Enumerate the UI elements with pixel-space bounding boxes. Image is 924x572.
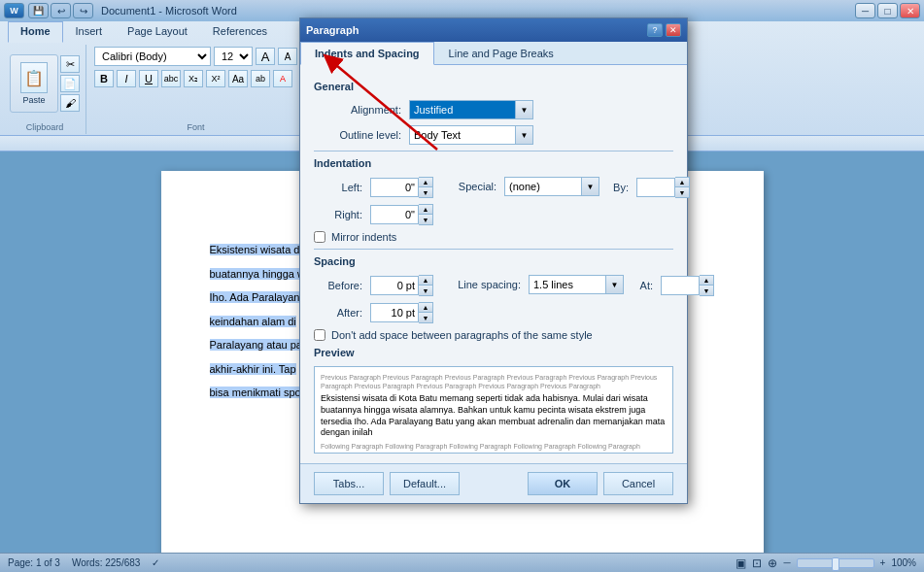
after-input[interactable] — [370, 303, 419, 322]
dont-add-space-checkbox[interactable] — [314, 329, 325, 341]
after-label: After: — [314, 307, 362, 319]
by-down[interactable]: ▼ — [675, 187, 689, 197]
words-info: Words: 225/683 — [72, 557, 140, 568]
italic-button[interactable]: I — [117, 70, 136, 87]
indent-left-right: Left: ▲ ▼ Right: — [314, 177, 433, 231]
dialog-footer-left: Tabs... Default... — [314, 472, 460, 495]
by-input[interactable] — [636, 178, 675, 197]
right-indent-up[interactable]: ▲ — [419, 205, 432, 215]
view-mode-web[interactable]: ⊕ — [768, 556, 777, 570]
zoom-level: 100% — [891, 557, 916, 568]
dialog-body: General Alignment: Justified ▼ Outline l… — [300, 65, 687, 463]
dialog-footer: Tabs... Default... OK Cancel — [300, 463, 687, 503]
left-indent-spinner-btns: ▲ ▼ — [419, 177, 433, 198]
cut-button[interactable]: ✂ — [60, 55, 80, 73]
right-indent-spinner-btns: ▲ ▼ — [419, 204, 433, 225]
grow-font-button[interactable]: A — [256, 48, 275, 65]
before-up[interactable]: ▲ — [419, 276, 432, 286]
after-up[interactable]: ▲ — [419, 303, 432, 313]
maximize-button[interactable]: □ — [877, 3, 898, 18]
redo-btn[interactable]: ↪ — [73, 3, 93, 18]
tab-references[interactable]: References — [200, 21, 280, 43]
copy-button[interactable]: 📄 — [60, 75, 80, 92]
change-case-button[interactable]: Aa — [228, 70, 248, 87]
default-button[interactable]: Default... — [390, 472, 460, 495]
proofing-icon: ✓ — [152, 557, 159, 568]
before-input[interactable] — [370, 276, 419, 295]
text-highlight-button[interactable]: ab — [251, 70, 270, 87]
at-down[interactable]: ▼ — [700, 286, 713, 295]
left-indent-down[interactable]: ▼ — [419, 187, 432, 197]
at-row: At: ▲ ▼ — [633, 275, 714, 296]
font-format-row: B I U abc X₂ X² Aa ab A — [94, 70, 292, 87]
special-dropdown-btn[interactable]: ▼ — [582, 177, 599, 196]
font-size-select[interactable]: 12 — [214, 47, 253, 66]
tab-home[interactable]: Home — [8, 21, 63, 43]
before-spinner: ▲ ▼ — [370, 275, 433, 296]
shrink-font-button[interactable]: A — [278, 48, 297, 65]
divider-1 — [314, 151, 673, 151]
tabs-button[interactable]: Tabs... — [314, 472, 384, 495]
cancel-button[interactable]: Cancel — [603, 472, 673, 495]
status-bar: Page: 1 of 3 Words: 225/683 ✓ ▣ ⊡ ⊕ ─ + … — [0, 553, 924, 572]
tab-line-page-breaks[interactable]: Line and Page Breaks — [434, 42, 568, 64]
ok-button[interactable]: OK — [528, 472, 598, 495]
window-close-button[interactable]: ✕ — [900, 3, 920, 18]
page-info: Page: 1 of 3 — [8, 557, 60, 568]
before-down[interactable]: ▼ — [419, 286, 432, 295]
at-input[interactable] — [661, 276, 700, 295]
paste-button[interactable]: 📋 Paste — [10, 54, 58, 113]
left-indent-up[interactable]: ▲ — [419, 178, 432, 187]
by-up[interactable]: ▲ — [675, 178, 689, 187]
zoom-slider[interactable] — [797, 558, 874, 568]
indent-special: Special: (none) ▼ — [443, 177, 599, 202]
view-mode-print[interactable]: ▣ — [736, 556, 746, 570]
line-spacing-dropdown-btn[interactable]: ▼ — [606, 275, 624, 294]
general-section-label: General — [314, 81, 673, 92]
save-btn[interactable]: 💾 — [28, 3, 49, 18]
dialog-titlebar-buttons: ? ✕ — [647, 23, 681, 37]
line-spacing-select[interactable]: 1.5 lines — [529, 275, 606, 294]
before-spinner-btns: ▲ ▼ — [419, 275, 433, 296]
superscript-button[interactable]: X² — [206, 70, 225, 87]
font-label: Font — [187, 120, 204, 132]
subscript-button[interactable]: X₂ — [184, 70, 203, 87]
right-indent-input[interactable] — [370, 205, 419, 224]
font-name-select[interactable]: Calibri (Body) — [94, 47, 211, 66]
mirror-indents-checkbox[interactable] — [314, 231, 325, 243]
zoom-in-button[interactable]: + — [880, 557, 886, 568]
undo-btn[interactable]: ↩ — [51, 3, 71, 18]
after-spinner-btns: ▲ ▼ — [419, 302, 433, 323]
right-indent-spinner: ▲ ▼ — [370, 204, 433, 225]
bold-button[interactable]: B — [94, 70, 114, 87]
preview-next: Following Paragraph Following Paragraph … — [321, 442, 667, 454]
tab-page-layout[interactable]: Page Layout — [115, 21, 200, 43]
at-up[interactable]: ▲ — [700, 276, 713, 286]
zoom-out-button[interactable]: ─ — [783, 557, 790, 568]
right-indent-label: Right: — [314, 209, 362, 220]
tab-insert[interactable]: Insert — [63, 21, 116, 43]
zoom-slider-thumb[interactable] — [832, 557, 839, 571]
outline-row: Outline level: Body Text ▼ — [314, 125, 673, 145]
spacing-section-label: Spacing — [314, 255, 673, 267]
underline-button[interactable]: U — [139, 70, 158, 87]
paragraph-dialog[interactable]: Paragraph ? ✕ Indents and Spacing Line a… — [299, 17, 688, 504]
outline-label: Outline level: — [314, 129, 401, 141]
view-mode-full[interactable]: ⊡ — [752, 556, 762, 570]
outline-select[interactable]: Body Text — [409, 125, 516, 145]
strikethrough-button[interactable]: abc — [161, 70, 181, 87]
dialog-help-button[interactable]: ? — [647, 23, 663, 37]
special-select[interactable]: (none) — [504, 177, 582, 196]
dialog-close-button[interactable]: ✕ — [666, 23, 681, 37]
alignment-select[interactable]: Justified — [409, 100, 516, 119]
dont-add-space-row: Don't add space between paragraphs of th… — [314, 329, 673, 341]
outline-dropdown-btn[interactable]: ▼ — [516, 125, 533, 145]
alignment-dropdown-btn[interactable]: ▼ — [516, 100, 533, 119]
minimize-button[interactable]: ─ — [855, 3, 875, 18]
after-down[interactable]: ▼ — [419, 313, 432, 322]
left-indent-input[interactable] — [370, 178, 419, 197]
font-color-button[interactable]: A — [273, 70, 292, 87]
right-indent-down[interactable]: ▼ — [419, 215, 432, 224]
format-painter-button[interactable]: 🖌 — [60, 94, 80, 112]
tab-indents-spacing[interactable]: Indents and Spacing — [300, 42, 434, 65]
